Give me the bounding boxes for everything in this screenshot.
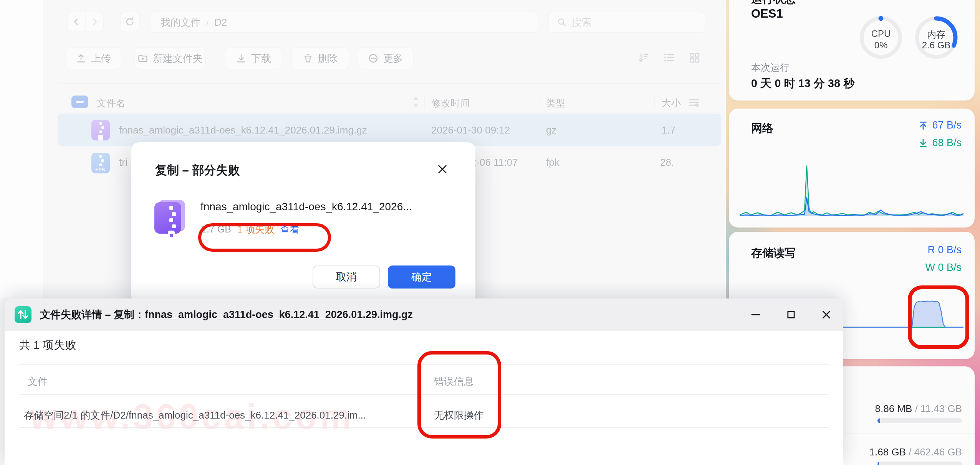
trash-icon <box>303 53 313 64</box>
annotation-circle-fail-meta <box>198 223 331 252</box>
copy-failed-dialog: 复制 – 部分失败 fnnas_amlogic_a311d-oes_k6.12.… <box>131 142 475 303</box>
zip-file-icon <box>91 120 110 140</box>
more-label: 更多 <box>383 52 403 65</box>
upload-button[interactable]: 上传 <box>65 47 121 69</box>
arrow-down-icon <box>918 138 928 148</box>
device-name: OES1 <box>751 7 783 21</box>
column-header-size[interactable]: 大小 <box>662 97 681 109</box>
file-name[interactable]: tri <box>119 157 127 168</box>
nav-history-group <box>67 12 104 32</box>
search-input[interactable]: 搜索 <box>548 12 705 33</box>
column-header-modified[interactable]: 修改时间 <box>431 97 470 109</box>
status-card: 运行状态 OES1 CPU 0% 内存 2.6 GB 本次运行 0 天 0 时 <box>729 0 975 101</box>
network-down-rate: 68 B/s <box>918 137 962 149</box>
failure-file-path: 存储空间2/1 的文件/D2/fnnas_amlogic_a311d-oes_k… <box>24 409 366 422</box>
disk-write-rate: W 0 B/s <box>925 262 962 274</box>
breadcrumb-separator: › <box>206 17 209 28</box>
column-header-file: 文件 <box>28 375 48 388</box>
network-card: 网络 67 B/s 68 B/s <box>729 109 975 228</box>
close-icon <box>436 163 449 175</box>
file-size: 1.7 <box>662 124 675 136</box>
minimize-icon <box>750 309 761 320</box>
uptime-label: 本次运行 <box>751 61 790 74</box>
annotation-box-disk-spike <box>908 285 969 349</box>
storage-volume-bar <box>877 462 962 465</box>
file-name[interactable]: fnnas_amlogic_a311d-oes_k6.12.41_2026.01… <box>119 124 367 136</box>
download-icon <box>236 53 247 64</box>
cancel-button[interactable]: 取消 <box>313 265 380 289</box>
storage-volume-bar <box>877 418 962 423</box>
file-modified: 2-06 11:07 <box>471 157 518 168</box>
minimize-button[interactable] <box>748 307 763 322</box>
back-button[interactable] <box>68 12 85 31</box>
disk-card-title: 存储读写 <box>751 246 796 261</box>
more-icon <box>368 53 379 64</box>
annotation-box-error-column <box>417 351 501 439</box>
file-modified: 2026-01-30 09:12 <box>431 124 510 136</box>
file-type: gz <box>546 124 556 136</box>
network-card-title: 网络 <box>751 121 773 136</box>
upload-icon <box>76 53 86 64</box>
fpk-badge: FPK <box>91 167 110 172</box>
download-label: 下载 <box>251 52 271 65</box>
memory-label: 内存 <box>914 28 958 41</box>
column-header-type[interactable]: 类型 <box>546 97 565 109</box>
failure-summary: 共 1 项失败 <box>19 338 76 353</box>
storage-volume-usage: 8.86 MB / 11.43 GB <box>875 403 962 415</box>
breadcrumb-current[interactable]: D2 <box>214 16 227 28</box>
new-folder-icon <box>137 53 148 64</box>
status-card-title: 运行状态 <box>751 0 796 7</box>
new-folder-button[interactable]: 新建文件夹 <box>134 47 206 69</box>
grid-view-icon[interactable] <box>688 51 700 64</box>
cpu-label: CPU <box>859 28 903 39</box>
storage-volume-usage: 1.68 GB / 462.46 GB <box>869 446 962 458</box>
search-placeholder: 搜索 <box>572 16 592 29</box>
search-icon <box>556 17 567 28</box>
dialog-close-button[interactable] <box>435 162 450 177</box>
chevron-right-icon <box>89 16 100 27</box>
delete-label: 删除 <box>318 52 338 65</box>
more-button[interactable]: 更多 <box>358 47 414 69</box>
chevron-left-icon <box>71 16 82 27</box>
refresh-button[interactable] <box>120 12 140 32</box>
zip-file-icon-large <box>154 200 185 234</box>
file-size: 28. <box>660 157 674 168</box>
column-header-name[interactable]: 文件名 <box>97 97 126 109</box>
transfer-app-icon <box>15 306 31 323</box>
column-settings-icon[interactable] <box>687 96 700 109</box>
memory-gauge: 内存 2.6 GB <box>914 15 958 60</box>
forward-button[interactable] <box>86 12 103 31</box>
column-sort-icon[interactable] <box>412 95 420 109</box>
uptime-value: 0 天 0 时 13 分 38 秒 <box>751 76 854 91</box>
window-title: 文件失败详情 – 复制：fnnas_amlogic_a311d-oes_k6.1… <box>40 298 413 331</box>
memory-value: 2.6 GB <box>914 40 958 51</box>
cpu-gauge: CPU 0% <box>859 15 903 60</box>
screen: 我的文件 › D2 搜索 上传 新建文件夹 下载 <box>0 0 980 465</box>
refresh-icon <box>124 16 135 27</box>
maximize-button[interactable] <box>783 307 799 322</box>
list-view-icon[interactable] <box>663 51 675 64</box>
upload-label: 上传 <box>91 52 111 65</box>
close-window-button[interactable] <box>819 307 834 322</box>
select-all-checkbox[interactable] <box>71 96 88 108</box>
download-button[interactable]: 下载 <box>225 47 282 69</box>
disk-read-rate: R 0 B/s <box>927 244 962 256</box>
fpk-file-icon: FPK <box>91 153 110 173</box>
cpu-value: 0% <box>859 40 903 51</box>
window-titlebar[interactable]: 文件失败详情 – 复制：fnnas_amlogic_a311d-oes_k6.1… <box>5 298 843 331</box>
file-type: fpk <box>546 157 560 168</box>
breadcrumb[interactable]: 我的文件 › D2 <box>150 12 538 33</box>
network-up-rate: 67 B/s <box>918 119 962 131</box>
close-icon <box>821 309 832 320</box>
delete-button[interactable]: 删除 <box>291 47 349 69</box>
network-chart <box>740 160 963 217</box>
sort-icon[interactable] <box>637 51 650 64</box>
new-folder-label: 新建文件夹 <box>153 52 203 65</box>
arrow-up-icon <box>918 120 928 130</box>
dialog-title: 复制 – 部分失败 <box>155 162 240 178</box>
breadcrumb-root[interactable]: 我的文件 <box>161 16 200 29</box>
dialog-file-name: fnnas_amlogic_a311d-oes_k6.12.41_2026... <box>200 201 412 213</box>
confirm-button[interactable]: 确定 <box>388 265 455 289</box>
maximize-icon <box>786 309 796 320</box>
